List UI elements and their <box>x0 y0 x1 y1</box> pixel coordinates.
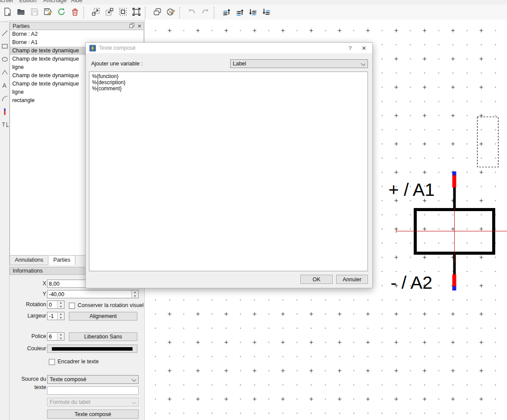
encadrer-label: Encadrer le texte <box>58 359 99 365</box>
top-terminal-label[interactable]: + / A1 <box>388 180 435 200</box>
svg-text:A: A <box>2 82 7 89</box>
close-dock-button[interactable]: ✕ <box>136 23 143 30</box>
dialog-titlebar[interactable]: Texte composé ? ✕ <box>86 43 372 53</box>
reload-icon <box>57 7 66 18</box>
spin-up-icon: ▲ <box>58 312 64 316</box>
chevron-down-icon <box>361 61 365 66</box>
rotation-row: Rotation ▲▼ Conserver la rotation visuel <box>10 300 144 309</box>
edit-frame-button[interactable] <box>130 7 143 19</box>
edit-infos-icon <box>166 7 176 18</box>
menu-aide[interactable]: Aide <box>71 0 82 3</box>
bottom-terminal[interactable] <box>453 274 456 287</box>
menubar: Fichier Edition Affichage Aide <box>0 0 507 4</box>
text-tool-button[interactable]: A <box>0 79 9 92</box>
save-as-button[interactable] <box>42 7 54 19</box>
y-label: Y <box>10 290 46 298</box>
adjust-size-button[interactable] <box>117 7 129 19</box>
variable-combobox[interactable]: Label <box>230 59 368 68</box>
terminal-tool-button[interactable] <box>0 106 9 119</box>
list-item[interactable]: Borne : A2 <box>10 30 143 38</box>
largeur-spin-buttons[interactable]: ▲▼ <box>57 312 64 320</box>
source-combobox-value: Texte composé <box>50 376 86 382</box>
couleur-label: Couleur <box>10 345 46 353</box>
shrink-element-button[interactable] <box>103 7 116 19</box>
composed-text-textarea[interactable]: %{function} %{description} %{comment} <box>89 72 368 271</box>
spin-up-icon: ▲ <box>58 301 64 305</box>
parties-dock-header: Parties ✕ <box>10 22 144 30</box>
line-tool-button[interactable] <box>0 27 9 40</box>
arc-tool-button[interactable] <box>0 92 9 106</box>
send-to-back-button[interactable] <box>261 7 273 19</box>
close-dock-icon: ✕ <box>137 23 142 29</box>
alignement-button[interactable]: Alignement <box>69 312 137 321</box>
tab-annulations[interactable]: Annulations <box>10 255 48 265</box>
y-spin-buttons[interactable]: ▲▼ <box>131 290 138 298</box>
undo-icon <box>187 7 197 18</box>
delete-button[interactable] <box>69 7 81 19</box>
menu-fichier[interactable]: Fichier <box>0 0 14 3</box>
new-document-icon <box>3 7 12 18</box>
y-input[interactable] <box>48 290 131 298</box>
reload-button[interactable] <box>55 7 68 19</box>
bottom-terminal-blue-tip[interactable] <box>453 286 456 290</box>
palette-grip[interactable] <box>1 21 8 26</box>
label-text-input[interactable] <box>47 386 139 395</box>
rectangle-tool-icon <box>1 42 9 51</box>
menu-edition[interactable]: Edition <box>19 0 37 3</box>
ellipse-tool-icon <box>1 55 9 65</box>
dialog-help-button[interactable]: ? <box>344 43 357 53</box>
keep-rotation-label: Conserver la rotation visuel <box>78 302 143 308</box>
dock-tab-bar: Annulations Parties <box>10 255 75 265</box>
texte-compose-button[interactable]: Texte composé <box>47 410 139 419</box>
informations-form: X ▲▼ Y ▲▼ Rotation ▲▼ Conserver la rotat… <box>10 275 144 420</box>
police-spin-buttons[interactable]: ▲▼ <box>57 333 64 340</box>
shrink-element-icon <box>105 7 114 18</box>
largeur-input[interactable] <box>48 312 57 320</box>
bring-to-front-button[interactable] <box>234 7 246 19</box>
lower-layer-icon <box>248 7 258 18</box>
menu-affichage[interactable]: Affichage <box>43 0 67 3</box>
enlarge-element-button[interactable] <box>90 7 102 19</box>
font-button[interactable]: Liberation Sans <box>69 332 137 341</box>
police-row: Police ▲▼ Liberation Sans <box>10 332 144 341</box>
couleur-button[interactable] <box>47 345 137 353</box>
dynamic-text-tool-button[interactable]: T <box>0 119 9 132</box>
raise-layer-button[interactable] <box>220 7 232 19</box>
y-row: Y ▲▼ <box>10 290 144 299</box>
keep-rotation-checkbox[interactable] <box>69 303 75 309</box>
polygon-tool-icon <box>1 68 9 78</box>
ellipse-tool-button[interactable] <box>0 53 9 66</box>
largeur-spinbox: ▲▼ <box>47 312 65 320</box>
top-terminal[interactable] <box>453 175 456 188</box>
tab-parties[interactable]: Parties <box>48 255 75 265</box>
rectangle-tool-button[interactable] <box>0 40 9 53</box>
texte-compose-row: Texte composé <box>10 410 144 418</box>
float-dock-button[interactable] <box>128 23 136 30</box>
source-combobox[interactable]: Texte composé <box>47 375 139 384</box>
lower-layer-button[interactable] <box>247 7 259 19</box>
raise-layer-icon <box>221 7 231 18</box>
cancel-button[interactable]: Annuler <box>336 275 368 284</box>
spin-up-icon: ▲ <box>132 290 138 294</box>
largeur-label: Largeur <box>10 312 46 320</box>
police-input[interactable] <box>48 333 57 340</box>
keep-rotation-field: Conserver la rotation visuel <box>69 301 143 310</box>
edit-infos-button[interactable] <box>165 7 177 19</box>
chevron-down-icon <box>132 400 136 404</box>
encadrer-checkbox[interactable] <box>49 359 55 365</box>
redo-button[interactable] <box>199 7 211 19</box>
dialog-close-button[interactable]: ✕ <box>357 43 371 53</box>
save-button[interactable] <box>28 7 41 19</box>
bottom-terminal-label[interactable]: - / A2 <box>391 273 432 293</box>
rotation-input[interactable] <box>48 301 57 308</box>
rotation-spin-buttons[interactable]: ▲▼ <box>57 301 64 308</box>
open-folder-button[interactable] <box>15 7 27 19</box>
top-terminal-blue-tip[interactable] <box>453 171 456 176</box>
polygon-tool-button[interactable] <box>0 66 9 79</box>
x-label: X <box>10 280 46 288</box>
new-document-button[interactable] <box>1 7 14 19</box>
undo-button[interactable] <box>186 7 198 19</box>
color-swatch <box>52 347 133 351</box>
copy-properties-button[interactable] <box>151 7 163 19</box>
ok-button[interactable]: OK <box>300 275 333 284</box>
